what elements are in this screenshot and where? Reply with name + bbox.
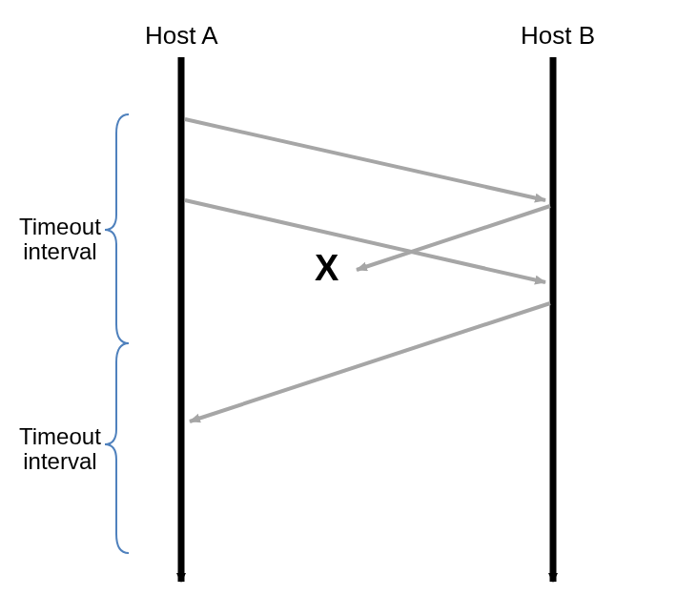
- ack-2-b-to-a: [190, 303, 550, 421]
- timeout-brace-1: [105, 114, 129, 343]
- segment-2-a-to-b: [185, 200, 545, 282]
- sequence-diagram: [0, 0, 677, 616]
- segment-1-a-to-b: [185, 119, 545, 200]
- timeout-brace-2: [105, 343, 129, 553]
